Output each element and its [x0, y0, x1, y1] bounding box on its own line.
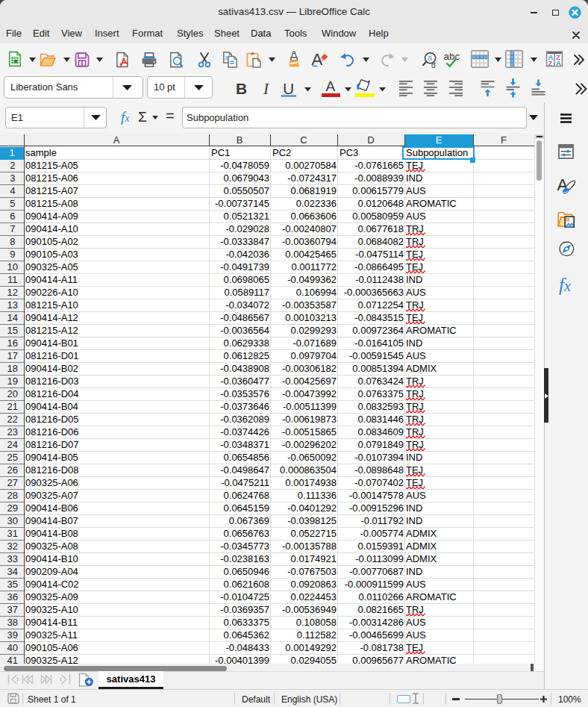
svg-text:Z: Z — [548, 59, 552, 67]
svg-text:d: d — [431, 61, 436, 69]
svg-text:A: A — [556, 59, 561, 67]
svg-text:abc: abc — [444, 51, 460, 62]
